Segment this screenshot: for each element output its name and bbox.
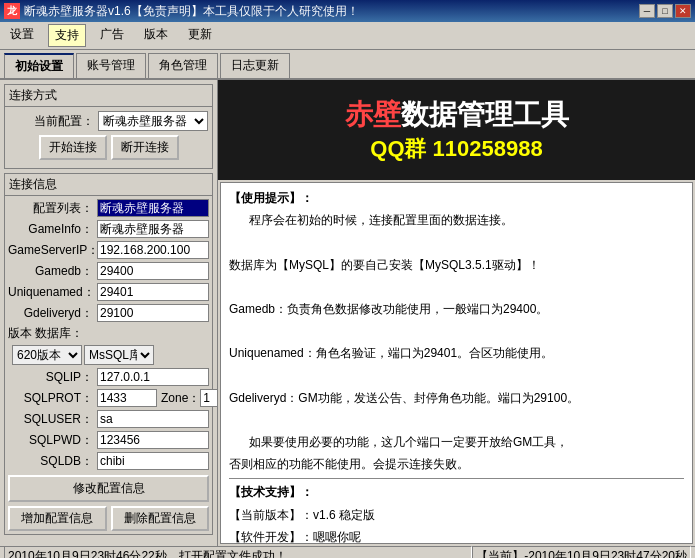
info-tips-line1: 程序会在初始的时候，连接配置里面的数据连接。 xyxy=(249,211,684,230)
info-spacer3 xyxy=(229,367,684,386)
connect-button[interactable]: 开始连接 xyxy=(39,135,107,160)
zone-label: Zone： xyxy=(161,390,200,407)
menu-support[interactable]: 支持 xyxy=(48,24,86,47)
config-list-input[interactable] xyxy=(97,199,209,217)
menu-version[interactable]: 版本 xyxy=(138,24,174,47)
uniquenamed-input[interactable] xyxy=(97,283,209,301)
tech-dev: 【软件开发】：嗯嗯你呢 xyxy=(229,528,684,544)
sqldb-label: SQLDB： xyxy=(8,453,93,470)
info-spacer2 xyxy=(229,322,684,341)
info-uniquenamed: Uniquenamed：角色名验证，端口为29401。合区功能使用。 xyxy=(229,344,684,363)
menu-bar: 设置 支持 广告 版本 更新 xyxy=(0,22,695,50)
tab-role-management[interactable]: 角色管理 xyxy=(148,53,218,78)
menu-settings[interactable]: 设置 xyxy=(4,24,40,47)
db-select[interactable]: MsSQL库 xyxy=(84,345,154,365)
info-tips-header: 【使用提示】： xyxy=(229,189,684,208)
tech-version: 【当前版本】：v1.6 稳定版 xyxy=(229,506,684,525)
disconnect-button[interactable]: 断开连接 xyxy=(111,135,179,160)
right-panel: 赤壁数据管理工具 QQ群 110258988 【使用提示】： 程序会在初始的时候… xyxy=(218,80,695,546)
version-select[interactable]: 620版本 xyxy=(12,345,82,365)
gameserverip-label: GameServerIP： xyxy=(8,242,93,259)
gameinfo-label: GameInfo： xyxy=(8,221,93,238)
banner-title-part2: 数据管理工具 xyxy=(401,99,569,130)
close-button[interactable]: ✕ xyxy=(675,4,691,18)
info-gdeliveryd: Gdeliveryd：GM功能，发送公告、封停角色功能。端口为29100。 xyxy=(229,389,684,408)
menu-ad[interactable]: 广告 xyxy=(94,24,130,47)
sqlip-input[interactable] xyxy=(97,368,209,386)
sqlprot-label: SQLPROT： xyxy=(8,390,93,407)
gameserverip-input[interactable] xyxy=(97,241,209,259)
modify-config-button[interactable]: 修改配置信息 xyxy=(8,475,209,502)
app-icon: 龙 xyxy=(4,3,20,19)
banner-title: 赤壁数据管理工具 xyxy=(345,96,569,134)
tab-bar: 初始设置 账号管理 角色管理 日志更新 xyxy=(0,50,695,80)
status-bar: 2010年10月9日23时46分22秒 打开配置文件成功！ 【当前】-2010年… xyxy=(0,546,695,558)
gdeliveryd-input[interactable] xyxy=(97,304,209,322)
version-label: 版本 数据库： xyxy=(8,325,83,342)
sqlip-label: SQLIP： xyxy=(8,369,93,386)
info-gamedb: Gamedb：负责角色数据修改功能使用，一般端口为29400。 xyxy=(229,300,684,319)
banner-qq: QQ群 110258988 xyxy=(370,134,542,164)
menu-update[interactable]: 更新 xyxy=(182,24,218,47)
tab-initial-settings[interactable]: 初始设置 xyxy=(4,53,74,78)
sqluser-input[interactable] xyxy=(97,410,209,428)
sqldb-input[interactable] xyxy=(97,452,209,470)
info-spacer4 xyxy=(229,411,684,430)
divider xyxy=(229,478,684,479)
info-section-title: 连接信息 xyxy=(5,174,212,196)
info-area: 【使用提示】： 程序会在初始的时候，连接配置里面的数据连接。 数据库为【MySQ… xyxy=(220,182,693,544)
minimize-button[interactable]: ─ xyxy=(639,4,655,18)
add-config-button[interactable]: 增加配置信息 xyxy=(8,506,107,531)
sqlpwd-label: SQLPWD： xyxy=(8,432,93,449)
left-panel: 连接方式 当前配置： 断魂赤壁服务器 开始连接 断开连接 连接信息 xyxy=(0,80,218,546)
zone-input[interactable] xyxy=(200,389,218,407)
info-spacer1 xyxy=(229,278,684,297)
config-list-label: 配置列表： xyxy=(8,200,93,217)
status-right: 【当前】-2010年10月9日23时47分20秒 xyxy=(472,546,691,558)
info-ports: 如果要使用必要的功能，这几个端口一定要开放给GM工具， xyxy=(249,433,684,452)
main-content: 连接方式 当前配置： 断魂赤壁服务器 开始连接 断开连接 连接信息 xyxy=(0,80,695,546)
info-mysql: 数据库为【MySQL】的要自己安装【MySQL3.5.1驱动】！ xyxy=(229,256,684,275)
maximize-button[interactable]: □ xyxy=(657,4,673,18)
tech-support-header: 【技术支持】： xyxy=(229,483,684,502)
sqlpwd-input[interactable] xyxy=(97,431,209,449)
current-config-select[interactable]: 断魂赤壁服务器 xyxy=(98,111,208,131)
gamedb-input[interactable] xyxy=(97,262,209,280)
status-left: 2010年10月9日23时46分22秒 打开配置文件成功！ xyxy=(4,546,472,558)
sqluser-label: SQLUSER： xyxy=(8,411,93,428)
banner-title-part1: 赤壁 xyxy=(345,99,401,130)
connection-section: 连接方式 当前配置： 断魂赤壁服务器 开始连接 断开连接 xyxy=(4,84,213,169)
gdeliveryd-label: Gdeliveryd： xyxy=(8,305,93,322)
tab-log-update[interactable]: 日志更新 xyxy=(220,53,290,78)
info-ports2: 否则相应的功能不能使用。会提示连接失败。 xyxy=(229,455,684,474)
window-title: 断魂赤壁服务器v1.6【免责声明】本工具仅限于个人研究使用！ xyxy=(24,3,359,20)
uniquenamed-label: Uniquenamed： xyxy=(8,284,93,301)
delete-config-button[interactable]: 删除配置信息 xyxy=(111,506,210,531)
connection-section-title: 连接方式 xyxy=(5,85,212,107)
gamedb-label: Gamedb： xyxy=(8,263,93,280)
sqlprot-input[interactable] xyxy=(97,389,157,407)
info-section: 连接信息 配置列表： GameInfo： GameServerIP： Gamed… xyxy=(4,173,213,535)
current-config-label: 当前配置： xyxy=(9,113,94,130)
tab-account-management[interactable]: 账号管理 xyxy=(76,53,146,78)
gameinfo-input[interactable] xyxy=(97,220,209,238)
info-tips-line2 xyxy=(229,233,684,252)
banner: 赤壁数据管理工具 QQ群 110258988 xyxy=(218,80,695,180)
title-bar: 龙 断魂赤壁服务器v1.6【免责声明】本工具仅限于个人研究使用！ ─ □ ✕ xyxy=(0,0,695,22)
